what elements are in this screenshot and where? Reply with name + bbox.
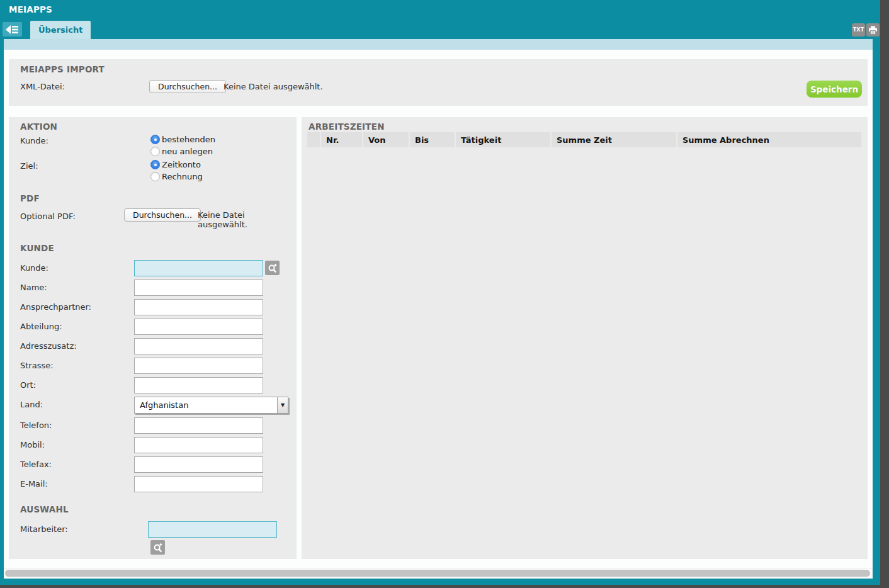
print-button[interactable] (866, 23, 880, 37)
radio-rechnung-label: Rechnung (162, 172, 203, 181)
strasse-input[interactable] (134, 358, 263, 374)
xml-browse-button[interactable]: Durchsuchen... (149, 80, 226, 93)
xml-file-status: Keine Datei ausgewählt. (224, 82, 323, 91)
radio-neu-anlegen-label: neu anlegen (162, 147, 213, 156)
radio-neu-anlegen[interactable] (150, 147, 160, 156)
tab-bar: Übersicht TXT (0, 19, 880, 39)
radio-row-zeitkonto: Zeitkonto (150, 159, 201, 171)
telefon-field-label: Telefon: (20, 421, 52, 430)
telefon-input[interactable] (134, 417, 263, 434)
desktop-edge-bottom (0, 585, 880, 588)
field-row-telefon: Telefon: (9, 417, 297, 434)
app-title: MEIAPPS (9, 4, 52, 14)
field-row-mitarbeiter: Mitarbeiter: (9, 521, 297, 538)
auswahl-section-title: AUSWAHL (20, 504, 69, 514)
pdf-browse-button[interactable]: Durchsuchen... (124, 208, 201, 222)
ort-input[interactable] (134, 377, 263, 393)
aktion-kunde-label: Kunde: (20, 136, 48, 145)
name-field-label: Name: (20, 283, 47, 292)
tab-uebersicht[interactable]: Übersicht (30, 21, 91, 39)
radio-zeitkonto-label: Zeitkonto (162, 160, 201, 169)
field-row-ort: Ort: (9, 377, 297, 393)
desktop-edge-right (880, 0, 889, 588)
search-plus-icon (268, 263, 278, 273)
kunde-input[interactable] (134, 260, 263, 276)
column-header-summe-abrechnen: Summe Abrechnen (677, 132, 861, 147)
page-body: MEIAPPS IMPORT XML-Datei: Durchsuchen...… (4, 50, 873, 579)
field-row-strasse: Strasse: (9, 358, 297, 374)
horizontal-scrollbar-thumb[interactable] (5, 570, 870, 577)
field-row-abteilung: Abteilung: (9, 319, 297, 335)
save-button[interactable]: Speichern (807, 81, 862, 98)
telefax-field-label: Telefax: (20, 460, 52, 469)
window-right-border (873, 39, 880, 579)
aktion-section-title: AKTION (20, 122, 57, 132)
sidebar-toggle-button[interactable] (3, 22, 22, 37)
txt-icon: TXT (853, 27, 864, 33)
abteilung-input[interactable] (134, 319, 263, 335)
printer-icon (868, 26, 878, 35)
ansprechpartner-field-label: Ansprechpartner: (20, 302, 91, 312)
import-panel-title: MEIAPPS IMPORT (20, 64, 105, 74)
mitarbeiter-input[interactable] (148, 521, 277, 538)
xml-file-label: XML-Datei: (20, 82, 65, 91)
name-input[interactable] (134, 280, 263, 296)
telefax-input[interactable] (134, 456, 263, 473)
radio-row-bestehenden: bestehenden (150, 133, 215, 145)
pdf-section-title: PDF (20, 193, 40, 203)
email-field-label: E-Mail: (20, 479, 48, 489)
arbeitszeiten-panel: ARBEITSZEITEN Nr. Von Bis Tätigkeit Summ… (302, 117, 868, 559)
kunde-section-title: KUNDE (20, 243, 54, 253)
aktion-ziel-label: Ziel: (20, 161, 38, 171)
field-row-kunde: Kunde: (9, 260, 297, 276)
field-row-mobil: Mobil: (9, 437, 297, 453)
column-header-summe-zeit: Summe Zeit (552, 132, 676, 147)
ort-field-label: Ort: (20, 380, 36, 390)
land-select[interactable]: Afghanistan ▼ (134, 397, 288, 414)
column-header-select (307, 132, 320, 147)
column-header-bis: Bis (410, 132, 455, 147)
arbeitszeiten-section-title: ARBEITSZEITEN (309, 122, 385, 132)
adresszusatz-field-label: Adresszusatz: (20, 341, 77, 351)
abteilung-field-label: Abteilung: (20, 322, 62, 331)
radio-bestehenden[interactable] (150, 135, 160, 144)
arbeitszeiten-table-body (307, 149, 861, 553)
radio-row-neu-anlegen: neu anlegen (150, 145, 213, 157)
txt-export-button[interactable]: TXT (852, 23, 865, 37)
search-plus-icon (153, 543, 163, 553)
column-header-von: Von (363, 132, 409, 147)
collapse-menu-icon (6, 25, 19, 34)
mobil-field-label: Mobil: (20, 440, 45, 449)
ansprechpartner-input[interactable] (134, 299, 263, 315)
column-header-taetigkeit: Tätigkeit (456, 132, 550, 147)
tab-content-strip (4, 39, 873, 50)
tab-label: Übersicht (38, 25, 82, 35)
kunde-lookup-button[interactable] (265, 261, 280, 275)
adresszusatz-input[interactable] (134, 338, 263, 354)
email-input[interactable] (134, 476, 263, 492)
strasse-field-label: Strasse: (20, 361, 54, 370)
pdf-file-status: Keine Datei ausgewählt. (198, 210, 297, 229)
radio-rechnung[interactable] (150, 172, 160, 181)
chevron-down-icon: ▼ (277, 397, 288, 413)
land-select-value: Afghanistan (135, 400, 277, 410)
field-row-telefax: Telefax: (9, 456, 297, 473)
title-bar: MEIAPPS (0, 0, 880, 19)
mitarbeiter-lookup-button[interactable] (150, 540, 165, 555)
field-row-name: Name: (9, 280, 297, 296)
kunde-field-label: Kunde: (20, 263, 48, 273)
form-panel: AKTION Kunde: bestehenden neu anlegen Zi… (9, 117, 297, 559)
field-row-land: Land: Afghanistan ▼ (9, 397, 297, 414)
field-row-email: E-Mail: (9, 476, 297, 492)
radio-zeitkonto[interactable] (150, 160, 160, 169)
arbeitszeiten-table-header: Nr. Von Bis Tätigkeit Summe Zeit Summe A… (307, 132, 861, 147)
optional-pdf-label: Optional PDF: (20, 212, 76, 221)
radio-row-rechnung: Rechnung (150, 171, 203, 183)
mobil-input[interactable] (134, 437, 263, 453)
column-header-nr: Nr. (321, 132, 362, 147)
horizontal-scrollbar (4, 568, 873, 579)
field-row-adresszusatz: Adresszusatz: (9, 338, 297, 354)
land-field-label: Land: (20, 400, 43, 409)
field-row-ansprechpartner: Ansprechpartner: (9, 299, 297, 315)
window-bottom-border (0, 579, 880, 585)
